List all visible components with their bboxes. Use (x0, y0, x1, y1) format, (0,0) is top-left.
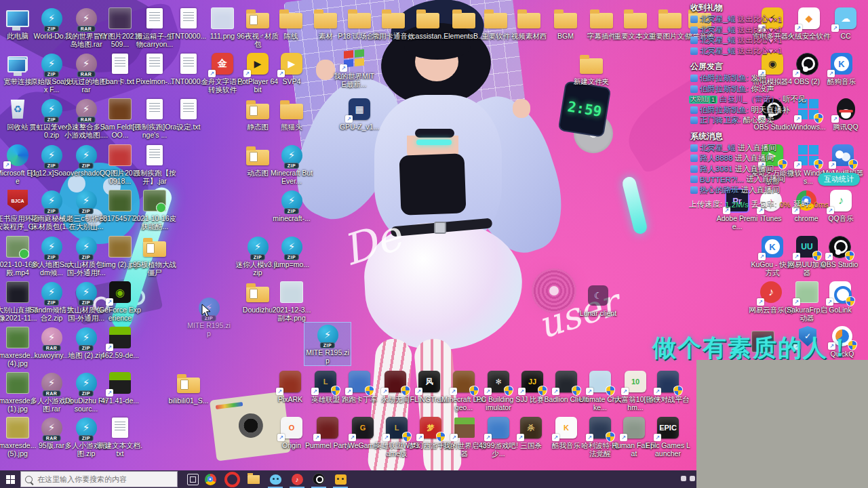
folder-icon (348, 13, 371, 28)
taskbar-app-obs[interactable] (309, 470, 329, 488)
desktop-icon[interactable]: EPIC↗Epic Games Launcher (645, 415, 691, 458)
desktop-icon[interactable]: 95板植物大战僵尸 (132, 235, 178, 277)
desktop-icon[interactable]: ↗471.41-de... (97, 371, 143, 405)
taskbar-app-file-explorer[interactable] (243, 470, 264, 488)
taskbar-app-cc-live[interactable] (265, 470, 285, 488)
desktop-icon[interactable]: K↗酷狗音乐 (818, 52, 865, 85)
desktop-icon-label: BGM (557, 32, 574, 40)
cc-live-icon (270, 474, 281, 485)
image-thumbnail-icon (6, 417, 29, 439)
shortcut-arrow-icon: ↗ (277, 70, 285, 77)
desktop-icon[interactable]: 2021-12-3...副本.png (269, 280, 315, 323)
shortcut-arrow-icon: ↗ (106, 389, 113, 396)
shortcut-arrow-icon: ↗ (552, 388, 559, 395)
desktop-icon[interactable]: ↗我的世界MITE最新... (331, 46, 377, 89)
desktop-icon[interactable]: 新建文件夹 (568, 52, 614, 85)
shortcut-arrow-icon: ↗ (484, 388, 492, 395)
privacy-cover-box (696, 360, 868, 488)
document-icon (180, 54, 197, 74)
shortcut-arrow-icon: ↗ (831, 24, 839, 32)
image-thumbnail-icon (6, 372, 29, 394)
shortcut-arrow-icon: ↗ (794, 115, 802, 123)
search-icon (25, 476, 33, 483)
shortcut-arrow-icon: ↗ (620, 434, 627, 441)
shortcut-arrow-icon: ↗ (825, 253, 833, 260)
desktop-icon-label: 此电脑 (7, 32, 28, 40)
desktop-icon[interactable]: ⚡ZIPjump=mo... (269, 235, 315, 268)
image-thumbnail-icon (6, 281, 29, 303)
desktop-icon[interactable]: 熊猫头 (269, 97, 315, 131)
document-icon (146, 145, 163, 165)
desktop-icon[interactable]: ↗腾讯QQ (823, 97, 868, 131)
taskbar-search[interactable] (20, 471, 178, 487)
chrome-icon (205, 474, 216, 485)
desktop-icon[interactable]: ☁↗CC (823, 6, 868, 40)
desktop-icon-label: 强制疾跑【按开】.jar (132, 169, 177, 186)
desktop-icon[interactable]: 2021-10-16皮肤能酷... (132, 188, 178, 231)
desktop-icon[interactable]: ⚡ZIPminecraft-... (269, 188, 315, 222)
shortcut-arrow-icon: ↗ (827, 207, 834, 214)
uac-shield-icon (846, 296, 855, 306)
shortcut-arrow-icon: ↗ (586, 434, 593, 441)
desktop-icon[interactable]: 设定.txt (165, 97, 212, 131)
shortcut-arrow-icon: ↗ (518, 388, 526, 395)
desktop-icon-label: 字幕插件 (587, 32, 616, 40)
desktop-icon-label: SVP4 (283, 77, 301, 85)
tray-icon[interactable] (690, 476, 695, 481)
desktop-icon-label: 2021-10-16皮肤能酷... (132, 214, 177, 231)
task-view-button[interactable] (187, 474, 199, 485)
desktop-icon[interactable]: ↗MuMu模拟器 (820, 143, 866, 177)
folder-icon (280, 104, 303, 119)
desktop-icon[interactable]: ↗OBS Studio (816, 235, 863, 268)
folder-icon (416, 13, 439, 28)
document-icon (146, 8, 163, 28)
folder-icon (688, 13, 711, 28)
desktop-icon[interactable]: 新建文本文档.txt (97, 415, 143, 458)
shortcut-arrow-icon: ↗ (311, 388, 319, 395)
desktop-icon[interactable]: ↗462.59-de... (97, 325, 143, 359)
shortcut-arrow-icon: ↗ (793, 253, 800, 260)
green-overlay-icon (19, 249, 29, 259)
taskbar-app-opera[interactable] (222, 470, 242, 488)
tray-icon[interactable] (681, 476, 686, 481)
certificate-shield-icon: BJCA (7, 190, 28, 211)
desktop-icon[interactable]: ⚡ZIPMinecraft But Ever... (269, 143, 315, 186)
start-button[interactable] (0, 470, 20, 488)
desktop-icon[interactable]: ◉↗GeForce Experience (97, 280, 143, 323)
shortcut-arrow-icon: ↗ (793, 70, 800, 77)
computer-icon (6, 10, 29, 27)
document-icon (180, 99, 197, 119)
search-input[interactable] (36, 474, 161, 484)
shortcut-arrow-icon: ↗ (3, 161, 11, 169)
folder-icon (624, 13, 647, 28)
desktop-icon[interactable]: 搞笑音效 (677, 6, 723, 40)
shortcut-arrow-icon: ↗ (517, 434, 524, 441)
shortcut-arrow-icon: ↗ (758, 253, 766, 260)
interaction-stats-badge[interactable]: 互动统计 (818, 173, 860, 186)
desktop-icon[interactable]: ↗游侠对战平台 (645, 369, 691, 403)
desktop-icon-label: 111.png (210, 32, 235, 40)
desktop-icon[interactable]: 强制疾跑【按开】.jar (132, 143, 178, 186)
taskbar-app-netease-cloud-music[interactable]: ♪ (287, 470, 307, 488)
taskbar-app-yellow-robot-app[interactable] (330, 470, 351, 488)
desktop-icon-label: QQ音乐 (828, 214, 853, 222)
desktop-icon[interactable]: ↗GoLink (817, 280, 863, 314)
shortcut-arrow-icon: ↗ (757, 298, 764, 306)
desktop-icon-label: GPU-Z_v1... (340, 123, 379, 131)
desktop-icon-label: 搞笑音效 (686, 32, 714, 40)
shortcut-arrow-icon: ↗ (450, 434, 458, 441)
taskbar-app-chrome[interactable] (200, 470, 220, 488)
network-icon (7, 58, 26, 73)
shortcut-arrow-icon: ↗ (794, 161, 802, 169)
shortcut-arrow-icon: ↗ (654, 434, 661, 441)
folder-icon (279, 13, 302, 28)
desktop-icon[interactable]: ☾Lunar client (575, 283, 621, 317)
desktop-icon[interactable]: ⚡ZIPMITE R195.zip (304, 323, 351, 365)
shortcut-arrow-icon: ↗ (484, 434, 492, 441)
desktop-icon[interactable]: ♪↗QQ音乐 (818, 188, 864, 222)
desktop-icon[interactable]: ▦↗GPU-Z_v1... (336, 97, 382, 131)
desktop-icon-label: 游侠对战平台 (647, 395, 690, 403)
desktop-screen: 2:59 De user 此电脑⚡ZIPWorld-Do...⚡RAR我的世界冒… (0, 0, 868, 488)
desktop-icon[interactable]: bilibili01_S... (165, 371, 212, 405)
desktop-icon[interactable]: ▶↗SVP4 (269, 52, 315, 85)
